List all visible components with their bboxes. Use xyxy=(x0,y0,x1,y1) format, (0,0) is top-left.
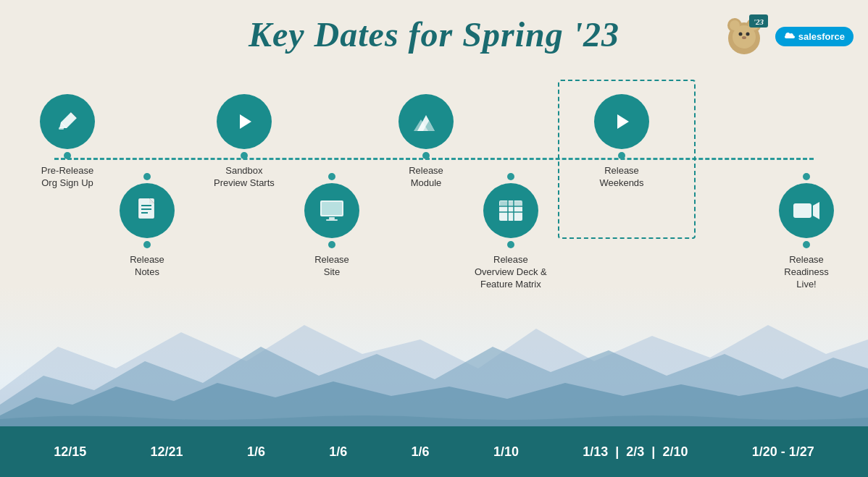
svg-rect-23 xyxy=(329,217,335,219)
release-readiness-circle xyxy=(779,183,834,238)
svg-marker-20 xyxy=(240,114,251,129)
release-weekends-dot xyxy=(618,152,625,159)
release-module-circle xyxy=(398,94,454,149)
release-readiness-label: Release ReadinessLive! xyxy=(774,254,839,291)
release-notes-dot-top xyxy=(143,173,151,180)
dates-bar: 12/15 12/21 1/6 1/6 1/6 1/10 1/13 | 2/3 … xyxy=(0,426,868,477)
item-release-notes: ReleaseNotes xyxy=(120,170,175,279)
date-readiness: 1/20 - 1/27 xyxy=(752,444,814,460)
salesforce-label: salesforce xyxy=(798,31,845,42)
sandbox-preview-circle xyxy=(217,94,272,149)
release-notes-label: ReleaseNotes xyxy=(130,254,164,279)
sandbox-preview-label: SandboxPreview Starts xyxy=(214,165,275,190)
item-release-weekends: ReleaseWeekends xyxy=(594,94,649,190)
date-1-6c: 1/6 xyxy=(412,444,430,460)
release-site-dot-bottom xyxy=(328,241,335,248)
release-overview-label: ReleaseOverview Deck &Feature Matrix xyxy=(475,254,547,291)
item-release-overview: ReleaseOverview Deck &Feature Matrix xyxy=(475,170,547,291)
svg-marker-38 xyxy=(813,202,819,219)
release-overview-dot-bottom xyxy=(507,241,514,248)
grid-icon xyxy=(498,199,524,222)
item-sandbox-preview: SandboxPreview Starts xyxy=(214,94,275,190)
release-readiness-dot-bottom xyxy=(803,241,810,248)
camera-icon xyxy=(792,200,821,221)
release-site-circle xyxy=(304,183,359,238)
pre-release-label: Pre-ReleaseOrg Sign Up xyxy=(41,165,93,190)
item-release-readiness: Release ReadinessLive! xyxy=(774,170,839,291)
sandbox-preview-dot xyxy=(241,152,248,159)
svg-marker-36 xyxy=(617,114,629,129)
release-site-dot-top xyxy=(328,173,335,180)
release-module-dot xyxy=(422,152,430,159)
release-overview-dot-top xyxy=(507,173,514,180)
document-icon xyxy=(135,197,159,224)
trailhead-icon xyxy=(412,109,441,134)
release-notes-circle xyxy=(120,183,175,238)
date-1-6a: 1/6 xyxy=(247,444,265,460)
svg-point-11 xyxy=(742,36,746,39)
timeline-container: Pre-ReleaseOrg Sign Up ReleaseNotes xyxy=(14,72,854,413)
release-weekends-circle xyxy=(594,94,649,149)
date-1-6b: 1/6 xyxy=(329,444,347,460)
svg-rect-37 xyxy=(793,203,811,218)
date-1215: 12/15 xyxy=(54,444,86,460)
svg-rect-24 xyxy=(326,219,338,221)
release-site-label: ReleaseSite xyxy=(314,254,349,279)
item-release-module: ReleaseModule xyxy=(398,94,454,190)
svg-point-9 xyxy=(738,33,742,36)
release-notes-dot-bottom xyxy=(143,241,151,248)
release-readiness-dot-top xyxy=(803,173,810,180)
release-weekends-label: ReleaseWeekends xyxy=(599,165,643,190)
pencil-icon xyxy=(55,109,80,134)
date-weekends: 1/13 | 2/3 | 2/10 xyxy=(583,444,688,460)
cloud-icon xyxy=(784,32,796,41)
svg-text:'23: '23 xyxy=(754,17,764,26)
svg-rect-22 xyxy=(322,202,342,215)
monitor-icon xyxy=(318,198,346,223)
item-release-site: ReleaseSite xyxy=(304,170,359,279)
date-1221: 12/21 xyxy=(151,444,183,460)
svg-rect-14 xyxy=(59,127,64,130)
play-icon xyxy=(234,111,254,132)
release-module-label: ReleaseModule xyxy=(409,165,443,190)
date-110: 1/10 xyxy=(493,444,519,460)
bear-mascot: '23 xyxy=(719,11,769,62)
play-icon-2 xyxy=(612,111,632,132)
svg-rect-33 xyxy=(500,201,508,206)
svg-point-10 xyxy=(746,33,749,36)
pre-release-circle xyxy=(40,94,95,149)
svg-rect-35 xyxy=(514,201,522,206)
svg-point-7 xyxy=(730,20,740,30)
item-pre-release: Pre-ReleaseOrg Sign Up xyxy=(40,94,95,190)
svg-rect-34 xyxy=(509,201,514,206)
logo-area: '23 salesforce xyxy=(719,11,854,62)
release-overview-circle xyxy=(483,183,538,238)
pre-release-dot xyxy=(64,152,71,159)
